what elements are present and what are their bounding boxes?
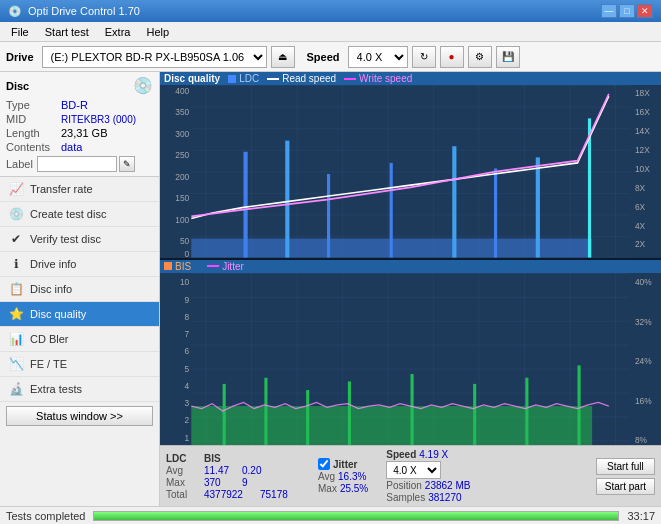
app-icon: 💿: [8, 5, 22, 18]
svg-text:18X: 18X: [635, 88, 650, 98]
sidebar-item-drive-info[interactable]: ℹ Drive info: [0, 252, 159, 277]
toolbar: Drive (E:) PLEXTOR BD-R PX-LB950SA 1.06 …: [0, 42, 661, 72]
svg-rect-64: [525, 377, 528, 445]
menu-help[interactable]: Help: [139, 24, 176, 40]
svg-text:300: 300: [175, 129, 189, 139]
disc-title: Disc: [6, 80, 29, 92]
svg-text:16%: 16%: [635, 394, 652, 405]
maximize-button[interactable]: □: [619, 4, 635, 18]
svg-rect-61: [348, 381, 351, 445]
drive-selector[interactable]: (E:) PLEXTOR BD-R PX-LB950SA 1.06: [42, 46, 267, 68]
verify-disc-label: Verify test disc: [30, 233, 101, 245]
close-button[interactable]: ✕: [637, 4, 653, 18]
svg-text:8%: 8%: [635, 434, 647, 445]
sidebar-item-extra-tests[interactable]: 🔬 Extra tests: [0, 377, 159, 402]
extra-tests-label: Extra tests: [30, 383, 82, 395]
jitter-max: 25.5%: [340, 483, 368, 494]
contents-label: Contents: [6, 141, 61, 153]
sidebar-item-verify-test-disc[interactable]: ✔ Verify test disc: [0, 227, 159, 252]
svg-text:200: 200: [175, 171, 189, 181]
ldc-legend: LDC: [239, 73, 259, 84]
svg-text:8: 8: [185, 311, 190, 322]
speed-select-control[interactable]: 4.0 X: [386, 461, 441, 479]
type-value: BD-R: [61, 99, 88, 111]
svg-rect-59: [264, 377, 267, 445]
jitter-checkbox[interactable]: [318, 458, 330, 470]
jitter-legend: Jitter: [222, 261, 244, 272]
action-buttons: Start full Start part: [596, 458, 655, 495]
disc-info-label: Disc info: [30, 283, 72, 295]
menu-bar: File Start test Extra Help: [0, 22, 661, 42]
svg-rect-58: [223, 383, 226, 445]
sidebar-item-fe-te[interactable]: 📉 FE / TE: [0, 352, 159, 377]
menu-start-test[interactable]: Start test: [38, 24, 96, 40]
transfer-rate-icon: 📈: [8, 182, 24, 196]
label-input[interactable]: [37, 156, 117, 172]
bis-avg: 0.20: [242, 465, 274, 476]
label-edit-button[interactable]: ✎: [119, 156, 135, 172]
sidebar-item-disc-quality[interactable]: ⭐ Disc quality: [0, 302, 159, 327]
app-title: Opti Drive Control 1.70: [28, 5, 140, 17]
svg-text:7: 7: [185, 328, 190, 339]
svg-text:150: 150: [175, 192, 189, 202]
progress-bar: [93, 511, 619, 521]
sidebar-item-create-test-disc[interactable]: 💿 Create test disc: [0, 202, 159, 227]
ldc-max: 370: [204, 477, 236, 488]
start-part-button[interactable]: Start part: [596, 478, 655, 495]
status-text: Tests completed: [6, 510, 85, 522]
ldc-chart-title: Disc quality LDC Read speed Write speed: [160, 72, 661, 85]
progress-fill: [94, 512, 618, 520]
svg-text:2X: 2X: [635, 239, 645, 249]
burn-button[interactable]: ●: [440, 46, 464, 68]
bis-col-header: BIS: [204, 453, 236, 464]
svg-text:6: 6: [185, 345, 190, 356]
label-label: Label: [6, 158, 33, 170]
bis-chart-panel: BIS Jitter 10 9 8 7 6 5: [160, 260, 661, 446]
title-bar: 💿 Opti Drive Control 1.70 — □ ✕: [0, 0, 661, 22]
menu-file[interactable]: File: [4, 24, 36, 40]
write-speed-legend: Write speed: [359, 73, 412, 84]
status-bar: Tests completed 33:17: [0, 506, 661, 524]
start-full-button[interactable]: Start full: [596, 458, 655, 475]
sidebar-item-disc-info[interactable]: 📋 Disc info: [0, 277, 159, 302]
svg-text:100: 100: [175, 215, 189, 225]
transfer-rate-label: Transfer rate: [30, 183, 93, 195]
svg-text:1: 1: [185, 431, 190, 442]
svg-rect-62: [411, 374, 414, 445]
bis-legend: BIS: [175, 261, 191, 272]
status-window-button[interactable]: Status window >>: [6, 406, 153, 426]
svg-text:400: 400: [175, 86, 189, 96]
create-disc-icon: 💿: [8, 207, 24, 221]
sidebar-item-cd-bler[interactable]: 📊 CD Bler: [0, 327, 159, 352]
length-label: Length: [6, 127, 61, 139]
minimize-button[interactable]: —: [601, 4, 617, 18]
svg-rect-37: [494, 168, 497, 257]
speed-selector[interactable]: 4.0 X: [348, 46, 408, 68]
svg-text:350: 350: [175, 107, 189, 117]
eject-button[interactable]: ⏏: [271, 46, 295, 68]
samples-label: Samples: [386, 492, 425, 503]
menu-extra[interactable]: Extra: [98, 24, 138, 40]
svg-text:32%: 32%: [635, 316, 652, 327]
speed-val: 4.19 X: [419, 449, 448, 460]
settings-button[interactable]: ⚙: [468, 46, 492, 68]
ldc-avg: 11.47: [204, 465, 236, 476]
avg-label: Avg: [166, 465, 198, 476]
ldc-chart-svg: 400 350 300 250 200 150 100 50 0 18X 16X…: [160, 85, 661, 258]
svg-text:14X: 14X: [635, 126, 650, 136]
mid-label: MID: [6, 113, 61, 125]
refresh-button[interactable]: ↻: [412, 46, 436, 68]
svg-text:5: 5: [185, 362, 190, 373]
save-button[interactable]: 💾: [496, 46, 520, 68]
cd-bler-label: CD Bler: [30, 333, 69, 345]
svg-text:24%: 24%: [635, 355, 652, 366]
svg-rect-1: [191, 85, 629, 258]
svg-rect-33: [285, 141, 289, 258]
sidebar-item-transfer-rate[interactable]: 📈 Transfer rate: [0, 177, 159, 202]
drive-info-icon: ℹ: [8, 257, 24, 271]
svg-text:2: 2: [185, 414, 190, 425]
extra-tests-icon: 🔬: [8, 382, 24, 396]
svg-rect-38: [536, 157, 540, 257]
position-val: 23862 MB: [425, 480, 471, 491]
svg-rect-34: [327, 174, 330, 257]
